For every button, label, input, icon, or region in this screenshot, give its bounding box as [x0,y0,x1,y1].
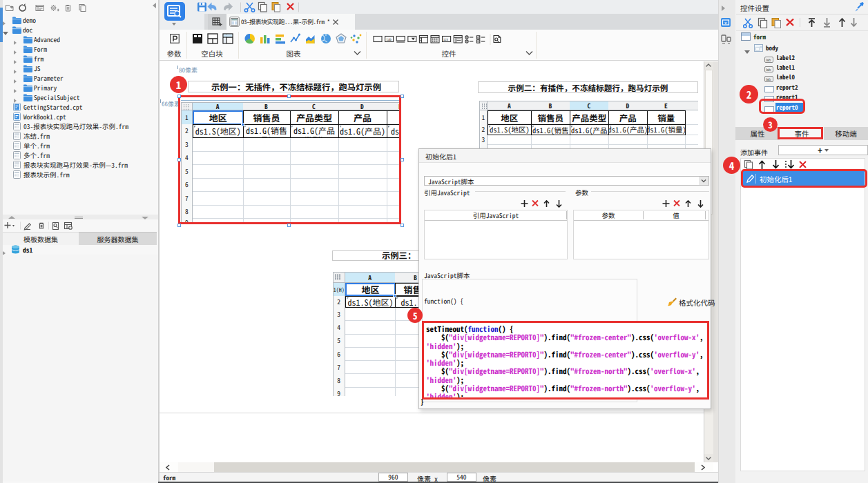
svg-text:lab: lab [766,77,771,81]
svg-text:123: 123 [443,37,448,41]
svg-text:lab: lab [766,67,771,71]
svg-text:lab: lab [386,37,392,41]
svg-text:lab: lab [766,57,771,61]
